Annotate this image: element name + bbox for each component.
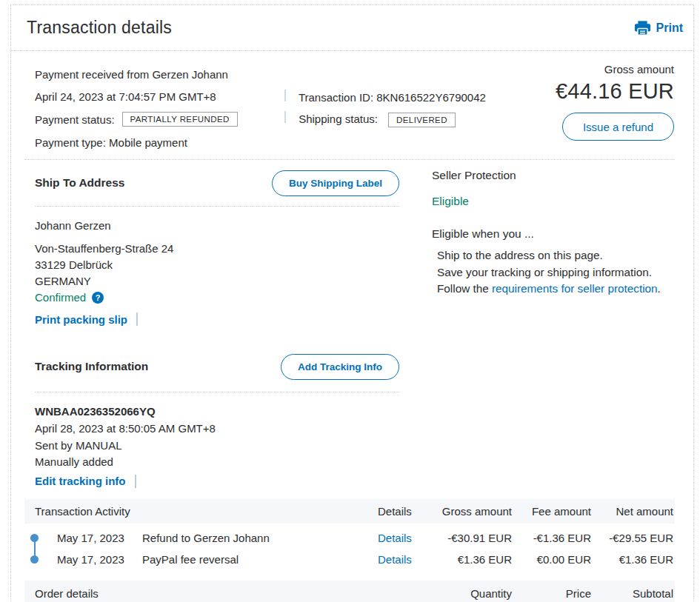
row-net: €1.36 EUR <box>591 553 673 566</box>
tracking-block: April 28, 2023 at 8:50:05 AM GMT+8 Sent … <box>35 421 399 471</box>
address-country: GERMANY <box>35 273 399 290</box>
col-header-fee: Fee amount <box>512 505 591 518</box>
edit-tracking-row: Edit tracking info <box>35 474 399 489</box>
print-label: Print <box>656 21 683 35</box>
tracking-number: WNBAA0236352066YQ <box>35 404 399 419</box>
print-button[interactable]: Print <box>635 21 683 36</box>
tracking-title: Tracking Information <box>35 360 148 373</box>
row-fee: -€1.36 EUR <box>512 532 591 544</box>
timeline-line <box>34 538 36 559</box>
tracking-date: April 28, 2023 at 8:50:05 AM GMT+8 <box>35 421 399 438</box>
ship-to-header: Ship To Address Buy Shipping Label <box>35 160 399 206</box>
divider-bar <box>135 475 136 488</box>
transaction-id: Transaction ID: 8KN616522Y6790042 <box>299 91 486 104</box>
divider-bar <box>284 90 286 101</box>
seller-protection-title: Seller Protection <box>432 168 675 182</box>
divider-bar <box>284 111 286 123</box>
row-fee: €0.00 EUR <box>512 553 591 566</box>
details-link[interactable]: Details <box>378 532 412 544</box>
ship-to-title: Ship To Address <box>35 176 124 190</box>
buy-shipping-label-button[interactable]: Buy Shipping Label <box>272 170 399 196</box>
row-date: May 17, 2023 <box>57 553 142 566</box>
seller-protection-requirements-link[interactable]: requirements for seller protection <box>492 282 658 295</box>
seller-protection-panel: Seller Protection Eligible Eligible when… <box>432 160 675 489</box>
row-gross: -€30.91 EUR <box>437 532 512 544</box>
table-row: May 17, 2023 Refund to Gerzen Johann Det… <box>24 527 675 549</box>
activity-body: May 17, 2023 Refund to Gerzen Johann Det… <box>24 524 675 570</box>
payment-received-from: Payment received from Gerzen Johann <box>35 68 284 81</box>
details-link[interactable]: Details <box>378 553 412 566</box>
row-date: May 17, 2023 <box>57 532 142 544</box>
col-header-quantity: Quantity <box>437 587 512 600</box>
col-header-price: Price <box>512 587 591 600</box>
page-title: Transaction details <box>27 18 172 38</box>
tracking-divider <box>35 392 399 392</box>
seller-protection-status: Eligible <box>432 194 675 208</box>
edit-tracking-link[interactable]: Edit tracking info <box>35 475 126 487</box>
payment-type: Payment type: Mobile payment <box>35 136 284 149</box>
print-packing-slip-row: Print packing slip <box>35 312 399 327</box>
row-gross: €1.36 EUR <box>437 553 512 566</box>
seller-protection-item: Save your tracking or shipping informati… <box>437 264 675 281</box>
transaction-activity-table: Transaction Activity Details Gross amoun… <box>24 499 675 602</box>
order-details-title: Order details <box>24 587 378 600</box>
card-header: Transaction details Print <box>11 5 693 51</box>
row-net: -€29.55 EUR <box>591 532 673 544</box>
seller-protection-item: Ship to the address on this page. <box>437 247 675 264</box>
divider-bar <box>136 312 138 326</box>
table-row: May 17, 2023 PayPal fee reversal Details… <box>24 549 675 570</box>
payment-summary: Payment received from Gerzen Johann Apri… <box>24 63 675 159</box>
payment-status-badge: PARTIALLY REFUNDED <box>122 112 238 127</box>
card-content: Payment received from Gerzen Johann Apri… <box>11 51 693 602</box>
ship-to-divider <box>35 206 399 207</box>
tracking-sent-by: Sent by MANUAL <box>35 438 399 455</box>
gross-amount-value: €44.16 EUR <box>556 79 674 104</box>
shipping-status-badge: DELIVERED <box>388 113 456 127</box>
row-description: Refund to Gerzen Johann <box>142 532 378 544</box>
col-header-details: Details <box>378 505 437 518</box>
add-tracking-info-button[interactable]: Add Tracking Info <box>281 354 399 380</box>
transaction-details-card: Transaction details Print Payment receiv… <box>10 4 694 602</box>
gross-amount-panel: Gross amount €44.16 EUR Issue a refund <box>556 63 674 141</box>
issue-refund-button[interactable]: Issue a refund <box>562 113 674 141</box>
address-confirmed-row: Confirmed ? <box>35 290 399 306</box>
recipient-name: Johann Gerzen <box>35 219 399 232</box>
payment-date: April 24, 2023 at 7:04:57 PM GMT+8 <box>35 90 284 103</box>
address-city: 33129 Delbrück <box>35 257 399 273</box>
activity-title: Transaction Activity <box>24 505 378 518</box>
row-description: PayPal fee reversal <box>142 553 378 566</box>
confirmed-label: Confirmed <box>35 290 86 306</box>
printer-icon <box>635 21 650 36</box>
seller-protection-list: Ship to the address on this page. Save y… <box>432 247 675 298</box>
col-header-subtotal: Subtotal <box>591 587 673 600</box>
col-header-net: Net amount <box>591 505 673 518</box>
print-packing-slip-link[interactable]: Print packing slip <box>35 313 127 326</box>
address-block: Von-Stauffenberg-Straße 24 33129 Delbrüc… <box>35 241 399 306</box>
order-details-header: Order details Quantity Price Subtotal <box>24 581 675 602</box>
seller-protection-item: Follow the requirements for seller prote… <box>437 281 675 298</box>
shipping-status-label: Shipping status: <box>299 113 378 125</box>
gross-amount-label: Gross amount <box>604 63 674 76</box>
help-icon[interactable]: ? <box>92 292 104 304</box>
seller-protection-subtitle: Eligible when you ... <box>432 227 675 241</box>
tracking-method: Manually added <box>35 454 399 471</box>
activity-header-row: Transaction Activity Details Gross amoun… <box>24 499 675 524</box>
col-header-gross: Gross amount <box>437 505 512 518</box>
shipping-column: Ship To Address Buy Shipping Label Johan… <box>35 160 399 489</box>
payment-status-label: Payment status: <box>35 113 115 126</box>
address-street: Von-Stauffenberg-Straße 24 <box>35 241 399 257</box>
tracking-header: Tracking Information Add Tracking Info <box>35 341 399 392</box>
